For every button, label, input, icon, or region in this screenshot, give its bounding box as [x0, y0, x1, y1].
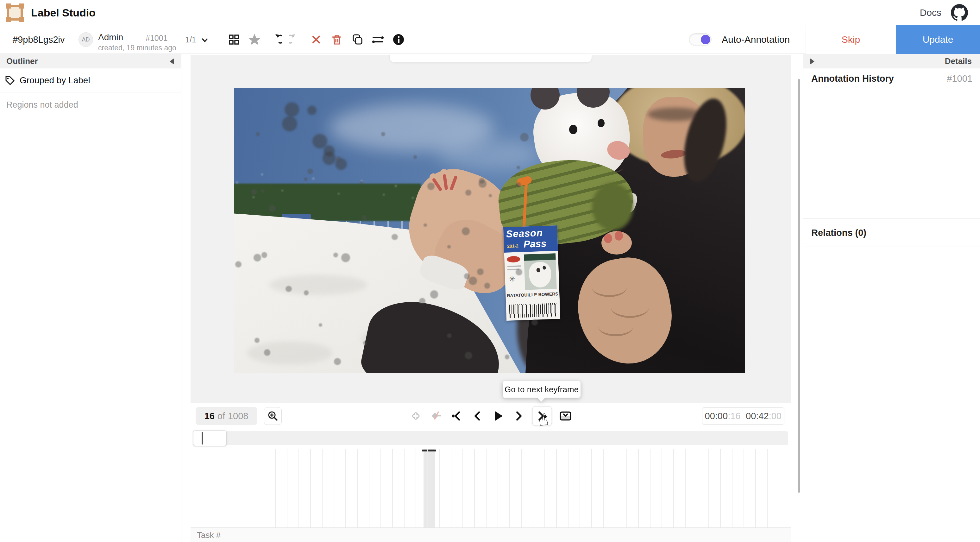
- duplicate-icon[interactable]: [350, 33, 364, 46]
- relations-label: Relations (0): [811, 228, 866, 238]
- lens-dot: [430, 290, 438, 298]
- relations-row[interactable]: Relations (0): [803, 218, 980, 247]
- skip-button[interactable]: Skip: [806, 26, 896, 54]
- timeline-ruler[interactable]: [191, 449, 791, 528]
- regions-empty-message: Regions not added: [6, 100, 78, 110]
- zoom-in-button[interactable]: [264, 407, 282, 425]
- frame-counter[interactable]: 16 of 1008: [196, 407, 257, 425]
- collapse-left-icon[interactable]: [170, 58, 174, 65]
- timeline-tick: [310, 449, 311, 528]
- details-header: Details: [803, 54, 980, 69]
- lens-dot: [360, 181, 363, 184]
- next-frame-icon[interactable]: [512, 409, 526, 423]
- timeline-tick: [544, 449, 545, 528]
- seek-track[interactable]: [193, 431, 788, 445]
- label-studio-logo-icon[interactable]: [7, 5, 23, 21]
- top-header: Label Studio Docs: [0, 0, 980, 26]
- details-title: Details: [945, 54, 972, 69]
- auto-annotation-toggle[interactable]: [689, 33, 711, 46]
- annotator-avatar[interactable]: AD: [78, 32, 93, 47]
- annotation-pager: 1/1: [185, 26, 196, 54]
- timeline-tick: [392, 449, 393, 528]
- lens-dot: [253, 254, 261, 261]
- transfer-icon[interactable]: [371, 33, 385, 46]
- lens-dot: [469, 277, 477, 285]
- timeline-tick: [275, 449, 276, 528]
- task-toolbar: #9pb8Lgs2iv AD Admin #1001 created, 19 m…: [0, 26, 980, 54]
- update-button[interactable]: Update: [896, 26, 980, 54]
- docs-link[interactable]: Docs: [920, 7, 941, 18]
- frame-current: 16: [204, 411, 215, 421]
- timeline-tick: [767, 449, 768, 528]
- timeline-tick: [627, 449, 627, 528]
- trash-icon[interactable]: [330, 33, 344, 46]
- undo-icon[interactable]: [268, 33, 282, 46]
- interpolation-icon[interactable]: [430, 409, 444, 423]
- lens-dot: [341, 253, 350, 262]
- timeline-tick: [498, 449, 498, 528]
- play-icon[interactable]: [491, 409, 505, 423]
- seek-row: [191, 429, 791, 449]
- timeline-tick: [685, 449, 686, 528]
- timeline-tick: [615, 449, 615, 528]
- redo-icon[interactable]: [289, 33, 302, 46]
- timeline-tick: [521, 449, 522, 528]
- video-controls-bar: 16 of 1008: [191, 403, 791, 429]
- chevron-down-icon[interactable]: [199, 35, 210, 45]
- prev-frame-icon[interactable]: [471, 409, 485, 423]
- star-icon[interactable]: [248, 33, 261, 46]
- lens-dot: [261, 252, 267, 258]
- github-icon[interactable]: [951, 4, 968, 21]
- task-footer: Task #: [191, 528, 791, 542]
- grouping-selector[interactable]: Grouped by Label: [0, 69, 181, 92]
- current-frame-marker[interactable]: [422, 450, 436, 451]
- annotation-history-row[interactable]: Annotation History #1001: [803, 69, 980, 89]
- lens-dot: [235, 261, 242, 268]
- timeline-tick: [697, 449, 697, 528]
- timeline-tick: [299, 449, 299, 528]
- timeline-tick: [720, 449, 721, 528]
- annotation-created: created, 19 minutes ago: [98, 44, 176, 52]
- divider: [74, 26, 74, 54]
- timeline-tick: [779, 449, 779, 528]
- lens-dot: [307, 106, 317, 115]
- timeline-tick: [427, 449, 428, 528]
- grouping-label: Grouped by Label: [20, 75, 90, 86]
- lens-dot: [304, 177, 308, 181]
- seek-window-handle[interactable]: [193, 430, 227, 446]
- timeline-tick: [345, 449, 346, 528]
- grid-icon[interactable]: [227, 33, 241, 46]
- lens-dot: [251, 189, 257, 195]
- lens-dot: [516, 182, 521, 187]
- timeline-tick: [673, 449, 674, 528]
- lens-dot: [304, 290, 309, 295]
- timeline-tick: [650, 449, 651, 528]
- reset-icon[interactable]: [309, 33, 323, 46]
- timeline-overlay-icon[interactable]: [559, 409, 573, 423]
- video-frame[interactable]: Season Pass 201-2 ✳ RATATOUILLE BOWERS: [234, 88, 745, 373]
- lens-dot: [462, 227, 470, 235]
- timeline-tick: [474, 449, 475, 528]
- vertical-scrollbar[interactable]: [798, 79, 800, 493]
- lens-dot: [319, 323, 322, 327]
- lens-dot: [520, 133, 529, 142]
- info-icon[interactable]: [391, 33, 406, 46]
- annotation-toolbar: [227, 26, 406, 54]
- total-time-main: 00:42: [746, 411, 769, 421]
- outliner-title: Outliner: [6, 54, 38, 69]
- lens-dot: [362, 215, 367, 220]
- lens-dot: [464, 273, 470, 279]
- prev-keyframe-icon[interactable]: [450, 409, 464, 423]
- label-studio-app: Label Studio Docs #9pb8Lgs2iv AD Admin #…: [0, 0, 980, 542]
- header-right: Docs: [920, 0, 968, 26]
- timeline-tick: [509, 449, 510, 528]
- lens-dot: [264, 349, 270, 356]
- collapse-right-icon[interactable]: [810, 58, 815, 65]
- keyframe-add-icon[interactable]: [409, 409, 423, 423]
- lens-dot: [479, 178, 485, 183]
- timeline-tick: [638, 449, 639, 528]
- video-dots: [234, 88, 745, 373]
- annotation-history-label: Annotation History: [811, 73, 894, 84]
- annotation-id: #1001: [146, 33, 168, 43]
- timeline-tick: [755, 449, 756, 528]
